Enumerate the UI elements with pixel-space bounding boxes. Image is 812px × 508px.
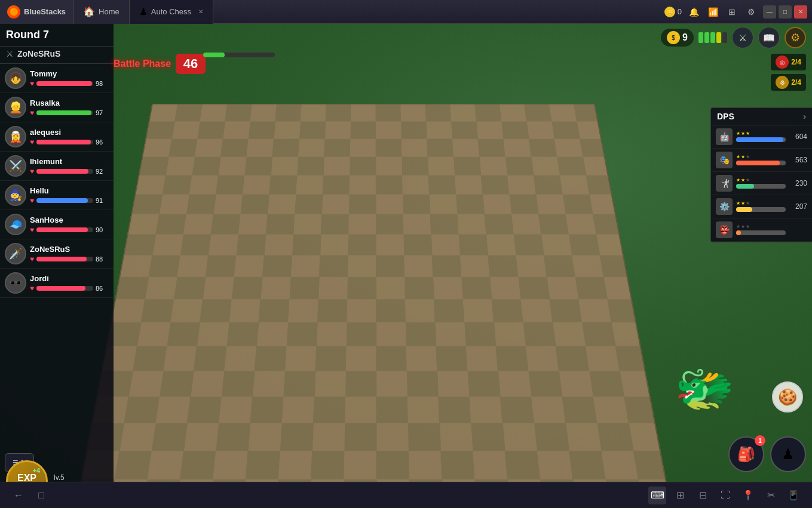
dps-stars-4: ★ ★ ★ (736, 201, 786, 206)
network-btn[interactable]: 📶 (706, 5, 720, 19)
hp-bar-container (36, 286, 93, 291)
mobile-btn[interactable]: 📱 (785, 487, 802, 504)
hp-heart-icon: ♥ (30, 196, 34, 205)
player-item[interactable]: 🗡️ ZoNeSRuS ♥ 88 (0, 239, 114, 269)
dps-panel: DPS › 🤖 ★ ★ ★ 604 🎭 ★ ★ (710, 107, 812, 242)
dps-bar-wrap-3: ★ ★ ★ (736, 177, 786, 189)
dps-bar-3 (736, 184, 786, 189)
synergy-badge-2[interactable]: ⚙ 2/4 (771, 74, 806, 91)
cut-btn[interactable]: ✂ (762, 487, 780, 504)
player-avatar: 👱 (5, 97, 26, 118)
star-2: ★ (741, 201, 745, 206)
hp-heart-icon: ♥ (30, 79, 34, 88)
player-info: Ihlemunt ♥ 92 (30, 157, 109, 176)
add-piece-button[interactable]: ♟ (770, 436, 806, 472)
hp-heart-icon: ♥ (30, 138, 34, 146)
dps-value-1: 604 (789, 133, 807, 141)
round-title: Round 7 (6, 29, 49, 41)
star-3: ★ (746, 177, 750, 183)
player-info: Tommy ♥ 98 (30, 69, 109, 88)
player-item[interactable]: 🧝 alequesi ♥ 96 (0, 122, 114, 152)
auto-chess-tab-close[interactable]: ✕ (198, 8, 203, 15)
player-item[interactable]: 🕶️ Jordi ♥ 86 (0, 269, 114, 298)
hp-bar-container (36, 140, 93, 144)
player-hp: ♥ 98 (30, 79, 109, 88)
bluestacks-brand: 🟠 BlueStacks (0, 0, 73, 24)
player-item[interactable]: 🧢 SanHose ♥ 90 (0, 210, 114, 239)
player-info: SanHose ♥ 90 (30, 215, 109, 234)
bag-badge: 1 (755, 435, 765, 446)
screen2-btn[interactable]: ⊟ (694, 487, 712, 504)
home-tab-icon: 🏠 (83, 6, 95, 17)
hp-value: 98 (96, 80, 109, 87)
minimize-btn[interactable]: — (763, 5, 776, 19)
bottom-right-buttons: 🎒 1 ♟ (728, 436, 806, 472)
synergy-badges: ◎ 2/4 ⚙ 2/4 (771, 54, 806, 91)
player-avatar: 👧 (5, 67, 26, 89)
chat-button[interactable]: 🍪 (772, 381, 803, 412)
exp-level: lv.5 (54, 473, 65, 482)
player-item[interactable]: ⚔️ Ihlemunt ♥ 92 (0, 152, 114, 181)
hp-value: 96 (96, 138, 109, 146)
hp-bar (36, 169, 88, 174)
hp-seg-5 (722, 32, 727, 43)
home-taskbar-btn[interactable]: □ (32, 487, 50, 504)
hp-heart-icon: ♥ (30, 167, 34, 176)
hp-value: 88 (96, 255, 109, 263)
chess-add-icon: ♟ (782, 446, 795, 463)
hp-seg-3 (710, 32, 715, 43)
maximize-btn[interactable]: □ (779, 5, 792, 19)
hp-top-display (698, 32, 727, 43)
dps-expand-btn[interactable]: › (803, 112, 806, 121)
star-2: ★ (741, 177, 745, 183)
player-info: ZoNeSRuS ♥ 88 (30, 245, 109, 263)
hp-seg-4 (716, 32, 721, 43)
game-settings-btn[interactable]: ⚙ (785, 27, 806, 48)
screen-btn[interactable]: ⊞ (671, 487, 689, 504)
player-item[interactable]: 👧 Tommy ♥ 98 (0, 64, 114, 93)
star-1: ★ (736, 177, 740, 183)
hp-bar (36, 257, 86, 261)
hp-heart-icon: ♥ (30, 226, 34, 234)
star-2: ★ (741, 131, 745, 136)
gold-amount: 9 (682, 32, 688, 43)
sword-synergy-btn[interactable]: ⚔ (732, 27, 753, 48)
back-btn[interactable]: ← (10, 487, 27, 504)
synergy-badge-1[interactable]: ◎ 2/4 (771, 54, 806, 70)
hp-heart-icon: ♥ (30, 255, 34, 263)
synergy-icon-2: ⚙ (780, 79, 785, 86)
more-btn[interactable]: ⊞ (725, 5, 739, 19)
location-btn[interactable]: 📍 (739, 487, 757, 504)
dps-bar-wrap-4: ★ ★ ★ (736, 201, 786, 213)
keyboard-btn[interactable]: ⌨ (648, 487, 666, 504)
star-3: ★ (746, 201, 750, 206)
dps-bar-fill-3 (736, 184, 754, 189)
star-3: ★ (746, 131, 750, 136)
left-panel: Round 7 ⚔ ZoNeSRuS 👧 Tommy ♥ 98 (0, 24, 114, 508)
auto-chess-tab[interactable]: ♟ Auto Chess ✕ (130, 0, 213, 24)
top-right-controls: $ 9 ⚔ 📖 ⚙ (661, 27, 806, 48)
dps-stars-3: ★ ★ ★ (736, 177, 786, 183)
player-avatar: 🕶️ (5, 272, 26, 294)
dps-row: 🎭 ★ ★ ★ 563 (711, 149, 812, 172)
hp-value: 97 (96, 109, 109, 116)
player-item[interactable]: 🧙 Hellu ♥ 91 (0, 181, 114, 210)
dps-row: 🤖 ★ ★ ★ 604 (711, 125, 812, 149)
close-btn[interactable]: ✕ (794, 5, 807, 19)
player-avatar: 🗡️ (5, 243, 26, 264)
book-btn[interactable]: 📖 (758, 27, 780, 48)
game-container: Round 7 ⚔ ZoNeSRuS 👧 Tommy ♥ 98 (0, 24, 812, 508)
bag-button[interactable]: 🎒 1 (728, 436, 764, 472)
settings-btn[interactable]: ⚙ (744, 5, 758, 19)
fullscreen-btn[interactable]: ⛶ (716, 487, 734, 504)
hp-bar (36, 198, 88, 203)
notification-btn[interactable]: 🔔 (687, 5, 701, 19)
hp-value: 91 (96, 197, 109, 204)
game-board (76, 104, 671, 504)
hp-bar (36, 140, 91, 144)
home-tab[interactable]: 🏠 Home (73, 0, 130, 24)
player-item[interactable]: 👱 Rusalka ♥ 97 (0, 93, 114, 122)
hp-heart-icon: ♥ (30, 109, 34, 117)
hp-bar-container (36, 227, 93, 232)
star-1: ★ (736, 131, 740, 136)
